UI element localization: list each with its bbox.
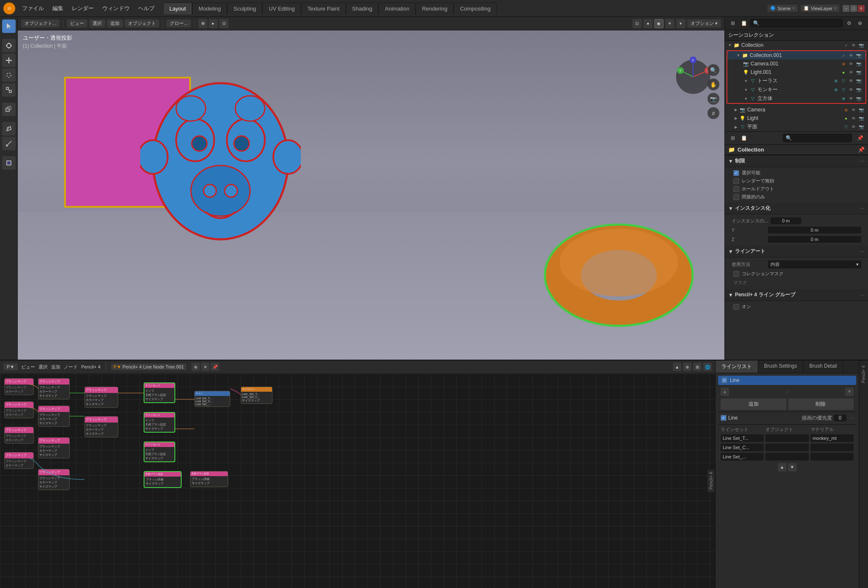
check-selectable-box[interactable]: ✓ bbox=[733, 170, 739, 176]
tab-brush-detail[interactable]: Brush Detail bbox=[803, 360, 843, 373]
vp-glow-btn[interactable]: グロー... bbox=[166, 19, 191, 27]
menu-render[interactable]: レンダー bbox=[68, 3, 97, 14]
node-4[interactable]: ブラッシマップ ブラッシマップ カラーマップ bbox=[4, 452, 34, 469]
instance-x-value[interactable]: 0 m bbox=[770, 217, 801, 224]
ne-copy-btn[interactable]: ⊕ bbox=[191, 363, 200, 371]
light-render-btn[interactable]: 📷 bbox=[858, 115, 865, 122]
light-eye-btn[interactable]: 👁 bbox=[850, 115, 857, 122]
tree-item-cube[interactable]: ▼ ▽ 立方体 ⊕ 👁 📷 bbox=[727, 94, 865, 103]
ne-view-btn[interactable]: ビュー bbox=[21, 364, 35, 370]
prop-icon-btn1[interactable]: ⊞ bbox=[728, 133, 737, 143]
collection-mask-box[interactable] bbox=[733, 271, 739, 277]
tab-uv-editing[interactable]: UV Editing bbox=[262, 3, 301, 14]
shading-wire-btn[interactable]: ⊡ bbox=[632, 19, 642, 28]
check-holdout-box[interactable] bbox=[733, 186, 739, 192]
tab-animation[interactable]: Animation bbox=[378, 3, 416, 14]
tab-brush-settings[interactable]: Brush Settings bbox=[758, 360, 803, 373]
torus-render-btn[interactable]: 📷 bbox=[855, 78, 862, 84]
node-bottom-1[interactable]: 天然ブラシ設定 ブラッシ詳細サイズマップ bbox=[144, 471, 182, 488]
engine-selector[interactable]: 🔷 Scene ▾ bbox=[767, 5, 797, 12]
annotate-btn[interactable] bbox=[2, 122, 16, 135]
instance-y-value[interactable]: 0 m bbox=[768, 227, 861, 233]
node-output[interactable]: スプライン Line_Set_T...Line_Set_C...サイズマップ bbox=[241, 387, 272, 404]
ne-pencil4-btn[interactable]: Pencil+ 4 bbox=[81, 364, 101, 369]
3d-scene-canvas[interactable]: X Y Z 🔍 ✋ 📷 # bbox=[18, 30, 724, 360]
tree-item-collection-001[interactable]: ▼ 📁 Collection.001 ✓ 👁 📷 bbox=[727, 51, 865, 60]
select-tool-btn[interactable] bbox=[2, 19, 16, 33]
rp-filter-btn[interactable]: ⚙ bbox=[844, 19, 854, 28]
lineset-scroll-down-btn[interactable]: ▼ bbox=[788, 463, 797, 471]
grid-gizmo[interactable]: # bbox=[707, 107, 719, 119]
delete-line-btn[interactable]: 削除 bbox=[788, 398, 854, 410]
close-btn[interactable]: ✕ bbox=[858, 5, 865, 12]
lineset-object-1[interactable] bbox=[765, 434, 808, 442]
node-lineset-3[interactable]: ラインセット インフ天然ブラシ設定サイズマップ bbox=[144, 442, 175, 462]
node-r-1[interactable]: ブラッシマップ フラッシマップカラーマップサイズマップ bbox=[84, 387, 118, 408]
move-tool-btn[interactable] bbox=[2, 54, 16, 67]
shading-material-btn[interactable]: ◉ bbox=[654, 19, 664, 28]
tab-texture-paint[interactable]: Texture Paint bbox=[301, 3, 346, 14]
monkey-render-btn[interactable]: 📷 bbox=[855, 87, 862, 93]
camera001-render-btn[interactable]: 📷 bbox=[855, 60, 862, 67]
node-lineset-1[interactable]: ラインセット インフ天然ブラシ設定サイズマップ bbox=[144, 382, 175, 403]
lineset-cell-1[interactable]: Line Set_T... bbox=[721, 434, 764, 442]
cursor-tool-btn[interactable] bbox=[2, 39, 16, 52]
minimize-btn[interactable]: − bbox=[843, 5, 849, 12]
node-r-2[interactable]: ブラッシマップ フラッシマップカラーマップサイズマップ bbox=[84, 416, 118, 437]
node-1[interactable]: ブラッシマップ ブラッシマップ カラーマップ bbox=[4, 378, 34, 395]
instance-z-value[interactable]: 0 m bbox=[768, 236, 861, 243]
cube-eye-btn[interactable]: 👁 bbox=[848, 95, 854, 102]
pan-gizmo[interactable]: ✋ bbox=[707, 79, 719, 90]
tree-item-monkey[interactable]: ▼ ▽ モンキー ⊕ ▽ 👁 📷 bbox=[727, 85, 865, 94]
tree-item-collection-root[interactable]: ▼ 📁 Collection ✓ 👁 📷 bbox=[725, 41, 868, 49]
torus-eye-btn[interactable]: 👁 bbox=[848, 78, 854, 84]
lineset-material-1[interactable]: monkey_mt bbox=[811, 434, 854, 442]
node-editor[interactable]: P▼ ビュー 選択 追加 ノード Pencil+ 4 P▼ Pencil+ 4 … bbox=[0, 360, 715, 588]
cube-render-btn[interactable]: 📷 bbox=[855, 95, 862, 102]
tree-item-plane[interactable]: ▶ ▽ 平面 ▽ 👁 📷 bbox=[725, 122, 868, 131]
lineset-cell-2[interactable]: Line Set_C... bbox=[721, 444, 764, 451]
camera-render-btn[interactable]: 📷 bbox=[858, 106, 865, 113]
tab-compositing[interactable]: Compositing bbox=[454, 3, 497, 14]
snap-type-btn[interactable]: ▸ bbox=[209, 19, 218, 28]
tab-rendering[interactable]: Rendering bbox=[416, 3, 454, 14]
check-indirect-box[interactable] bbox=[733, 194, 739, 200]
measure-btn[interactable] bbox=[2, 137, 16, 150]
zoom-in-gizmo[interactable]: 🔍 bbox=[707, 64, 719, 76]
scale-tool-btn[interactable] bbox=[2, 83, 16, 97]
rp-sync-btn[interactable]: ⊕ bbox=[855, 19, 865, 28]
tree-item-camera[interactable]: ▶ 📷 Camera ⊕ 👁 📷 bbox=[725, 106, 868, 114]
rp-search-input[interactable] bbox=[750, 19, 843, 27]
lineset-scroll-up-btn[interactable]: ▲ bbox=[778, 463, 786, 471]
node-mid-2[interactable]: ブラッシマップ ブラッシマップカラーマップサイズマップ bbox=[38, 406, 70, 427]
lineset-cell-3[interactable]: Line Set_... bbox=[721, 453, 764, 461]
viewport-3d[interactable]: オブジェクト... ビュー 選択 追加 オブジェクト グロー... ⊕ ▸ ⊙ … bbox=[18, 17, 724, 360]
ne-pin-btn[interactable]: 📌 bbox=[211, 363, 219, 371]
prop-pin-btn[interactable]: 📌 bbox=[855, 133, 865, 143]
vtab-pencil4-label[interactable]: Pencil+ 4 bbox=[860, 362, 867, 386]
tab-layout[interactable]: Layout bbox=[163, 3, 192, 14]
menu-window[interactable]: ウィンドウ bbox=[99, 3, 133, 14]
transform-tool-btn[interactable] bbox=[2, 103, 16, 116]
light001-render-btn[interactable]: 📷 bbox=[855, 69, 862, 76]
vp-select-btn[interactable]: 選択 bbox=[89, 19, 105, 27]
menu-help[interactable]: ヘルプ bbox=[135, 3, 158, 14]
plane-eye-btn[interactable]: 👁 bbox=[850, 124, 857, 130]
ls-priority-number[interactable]: 0 bbox=[834, 415, 846, 421]
vp-view-btn[interactable]: ビュー bbox=[67, 19, 87, 27]
maximize-btn[interactable]: □ bbox=[850, 5, 857, 12]
tab-shading[interactable]: Shading bbox=[346, 3, 379, 14]
node-3[interactable]: ブラッシマップ ブラッシマップ カラーマップ bbox=[4, 427, 34, 444]
ls-more-btn[interactable]: ··· bbox=[850, 415, 854, 420]
tree-item-light-001[interactable]: 💡 Light.001 ● 👁 📷 bbox=[727, 68, 865, 76]
camera001-eye-btn[interactable]: 👁 bbox=[848, 60, 854, 67]
viewlayer-selector[interactable]: 📋 ViewLayer ▾ bbox=[801, 5, 839, 12]
tree-item-camera-001[interactable]: 📷 Camera.001 ⊕ 👁 📷 bbox=[727, 60, 865, 68]
restrictions-section-header[interactable]: ▼ 制限 ··· bbox=[725, 155, 868, 167]
prop-icon-btn2[interactable]: 📋 bbox=[739, 133, 748, 143]
ne-mode-selector[interactable]: P▼ bbox=[3, 363, 18, 370]
proportional-btn[interactable]: ⊙ bbox=[219, 19, 229, 28]
lineset-object-3[interactable] bbox=[765, 453, 808, 461]
rotate-tool-btn[interactable] bbox=[2, 68, 16, 82]
rp-icon-btn2[interactable]: 📋 bbox=[739, 19, 748, 28]
